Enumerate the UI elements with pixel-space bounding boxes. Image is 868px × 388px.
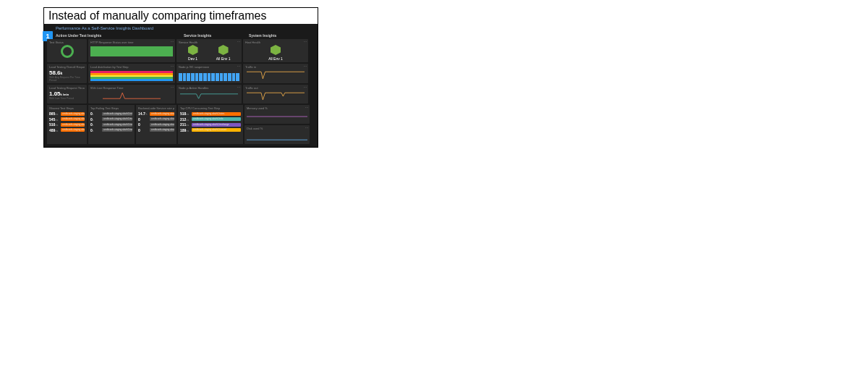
list-item[interactable]: 14.7%creditcards.staging.akat/v1/rates bbox=[138, 111, 174, 116]
row-2: Load Testing Overall Request count 58.6k… bbox=[47, 64, 315, 83]
list-item[interactable]: 189mscreditcards.staging.akat/v1/convert bbox=[180, 128, 241, 132]
dashboard: 1 Performance As a Self-Service Insights… bbox=[44, 24, 318, 147]
hexagon-icon bbox=[188, 45, 198, 55]
section-service: Service Insights bbox=[184, 33, 247, 38]
card-throughput[interactable]: Load Testing Request Throughput 1.05k /m… bbox=[47, 85, 87, 104]
donut-icon bbox=[61, 45, 74, 58]
chart-handles bbox=[179, 90, 239, 102]
card-handles[interactable]: ⋯ Node.js Active Handles bbox=[176, 85, 242, 104]
card-memory[interactable]: ⋯ Memory used % bbox=[244, 105, 310, 124]
menu-icon[interactable]: ⋯ bbox=[304, 40, 307, 43]
chart-mem bbox=[247, 111, 307, 122]
list-item[interactable]: 510mscreditcards.staging.akat.s... bbox=[49, 122, 85, 127]
card-system-stack: ⋯ Memory used % ⋯ Disk used % bbox=[244, 105, 310, 144]
list-item[interactable]: 0xcreditcards.staging.akat/v1/rates bbox=[90, 128, 132, 132]
menu-icon[interactable]: ⋯ bbox=[171, 64, 174, 68]
list-item[interactable]: 211mscreditcards.staging.akat/v1/exchang… bbox=[180, 122, 241, 127]
chart-stacked bbox=[90, 69, 173, 81]
section-system: System Insights bbox=[249, 33, 312, 38]
chart-http bbox=[90, 45, 173, 56]
list-item[interactable]: 489mscreditcards.staging.akat.s... bbox=[49, 128, 85, 132]
chart-gc bbox=[179, 69, 239, 81]
slide-container: Instead of manually comparing timeframes… bbox=[43, 7, 318, 148]
menu-icon[interactable]: ⋯ bbox=[171, 40, 174, 43]
menu-icon[interactable]: ⋯ bbox=[237, 40, 240, 43]
menu-icon[interactable]: ⋯ bbox=[304, 85, 307, 89]
card-traffic-out[interactable]: ⋯ Traffic out bbox=[243, 85, 308, 104]
menu-icon[interactable]: ⋯ bbox=[237, 85, 240, 89]
card-traffic-in[interactable]: ⋯ Traffic in bbox=[243, 64, 308, 83]
section-action: Action Under Test Insights bbox=[56, 33, 182, 38]
card-disk[interactable]: ⋯ Disk used % bbox=[244, 125, 310, 144]
list-item[interactable]: 0creditcards.staging.akat/v1/convert bbox=[138, 128, 174, 132]
list-item[interactable]: 0xcreditcards.staging.akat/v1/exchange bbox=[90, 117, 132, 122]
list-item[interactable]: 545mscreditcards.staging.akat.s... bbox=[49, 117, 85, 122]
card-service-health[interactable]: ⋯ Service Health Dev 1 All Env 1 bbox=[176, 39, 242, 62]
menu-icon[interactable]: ⋯ bbox=[305, 106, 308, 109]
row-1: Test Status ⋯ HTTP Response Status over … bbox=[47, 39, 315, 62]
list-item[interactable]: 0creditcards.staging.akat/v1/exchange bbox=[138, 122, 174, 127]
list-item[interactable]: 518mscreditcards.staging.akat/v1/rates bbox=[180, 111, 241, 116]
hexagon-icon bbox=[271, 45, 281, 55]
chart-traffic-out bbox=[245, 90, 306, 102]
chart-disk bbox=[247, 131, 307, 143]
card-test-status[interactable]: Test Status bbox=[47, 39, 87, 62]
list-item[interactable]: 212mscreditcards.staging.akat/v1/info bbox=[180, 117, 241, 122]
chart-95th bbox=[90, 90, 173, 102]
card-slowest[interactable]: Slowest Test Steps 865mscreditcards.stag… bbox=[47, 105, 87, 144]
card-http-status[interactable]: ⋯ HTTP Response Status over time bbox=[88, 39, 175, 62]
row-3: Load Testing Request Throughput 1.05k /m… bbox=[47, 85, 315, 104]
list-item[interactable]: 0xcreditcards.staging.akat/v1/rates bbox=[90, 122, 132, 127]
slide-title: Instead of manually comparing timeframes bbox=[44, 8, 318, 24]
row-bottom: Slowest Test Steps 865mscreditcards.stag… bbox=[47, 105, 315, 144]
card-load-dist[interactable]: ⋯ Load distribution by Test Step bbox=[88, 64, 175, 83]
card-gc[interactable]: ⋯ Node.js GC suspension bbox=[176, 64, 242, 83]
card-host-health[interactable]: ⋯ Host Health All Env 1 bbox=[243, 39, 308, 62]
menu-icon[interactable]: ⋯ bbox=[171, 85, 174, 89]
menu-icon[interactable]: ⋯ bbox=[304, 64, 307, 68]
card-cpu[interactable]: Top CPU Consuming Test Step 518mscreditc… bbox=[178, 105, 243, 144]
list-item[interactable]: 0creditcards.staging.akat/v1/info bbox=[138, 117, 174, 122]
menu-icon[interactable]: ⋯ bbox=[305, 126, 308, 130]
hexagon-icon bbox=[218, 45, 229, 55]
list-item[interactable]: 865mscreditcards.staging.akat.s... bbox=[49, 111, 85, 116]
card-failing[interactable]: Top Failing Test Steps 0xcreditcards.sta… bbox=[88, 105, 135, 144]
chart-traffic-in bbox=[245, 69, 306, 81]
card-request-count[interactable]: Load Testing Overall Request count 58.6k… bbox=[47, 64, 87, 83]
card-response-time[interactable]: ⋯ 95th Line Response Time bbox=[88, 85, 175, 104]
menu-icon[interactable]: ⋯ bbox=[237, 64, 240, 68]
list-item[interactable]: 0xcreditcards.staging.akat/v1/info bbox=[90, 111, 132, 116]
section-headers: Action Under Test Insights Service Insig… bbox=[47, 33, 315, 38]
dashboard-title: Performance As a Self-Service Insights D… bbox=[56, 26, 315, 30]
card-errors[interactable]: Backend-side Service rate per Test step … bbox=[136, 105, 176, 144]
